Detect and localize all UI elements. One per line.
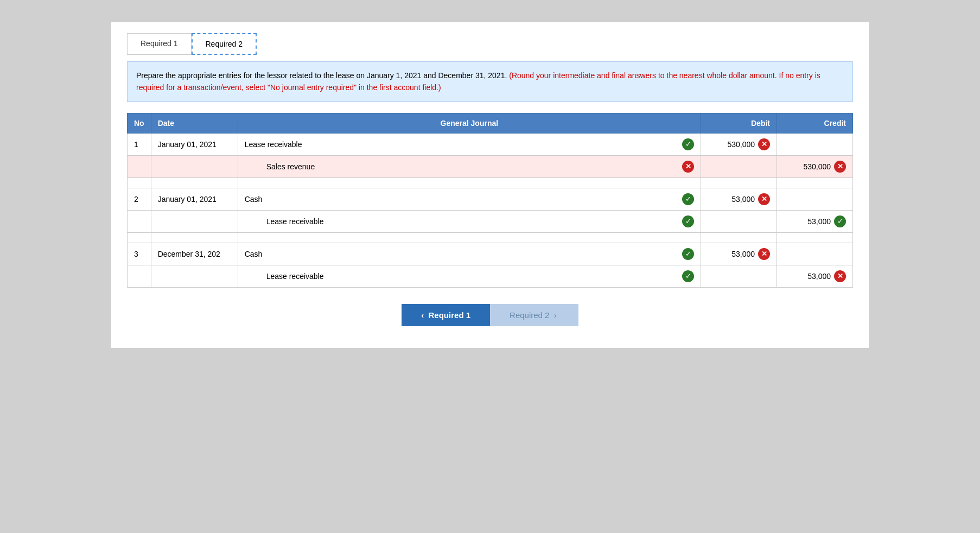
spacer-row [128,232,853,243]
check-icon: ✓ [682,138,694,150]
main-container: Required 1 Required 2 Prepare the approp… [110,22,870,348]
cell-journal: Lease receivable✓ [238,265,701,287]
cell-journal: Cash✓ [238,188,701,210]
tab-required1[interactable]: Required 1 [127,33,192,55]
cell-debit [701,210,777,232]
cell-debit [701,155,777,177]
right-arrow-icon: › [554,310,557,320]
cell-no: 1 [128,133,151,155]
cell-credit: 53,000✕ [777,265,853,287]
cell-debit: 53,000✕ [701,243,777,265]
cell-date [151,155,238,177]
cell-no [128,210,151,232]
col-header-date: Date [151,113,238,133]
info-black-text: Prepare the appropriate entries for the … [136,71,509,80]
btn-required1[interactable]: ‹ Required 1 [402,304,490,326]
col-header-credit: Credit [777,113,853,133]
cell-date: December 31, 202 [151,243,238,265]
x-icon: ✕ [682,161,694,173]
cell-credit [777,188,853,210]
btn-required1-label: Required 1 [429,310,471,320]
check-icon: ✓ [682,215,694,227]
cell-journal: Lease receivable✓ [238,210,701,232]
cell-journal: Cash✓ [238,243,701,265]
journal-table: No Date General Journal Debit Credit 1Ja… [127,113,853,288]
tab-required2[interactable]: Required 2 [192,33,257,55]
check-icon: ✓ [682,193,694,205]
col-header-debit: Debit [701,113,777,133]
x-icon: ✕ [758,193,770,205]
cell-journal: Sales revenue✕ [238,155,701,177]
btn-required2-label: Required 2 [510,310,549,320]
btn-required2[interactable]: Required 2 › [490,304,578,326]
left-arrow-icon: ‹ [421,310,424,320]
cell-debit: 530,000✕ [701,133,777,155]
col-header-no: No [128,113,151,133]
cell-debit [701,265,777,287]
info-box: Prepare the appropriate entries for the … [127,61,853,102]
col-header-journal: General Journal [238,113,701,133]
spacer-row [128,177,853,188]
check-icon: ✓ [682,270,694,282]
cell-date: January 01, 2021 [151,188,238,210]
tabs-bar: Required 1 Required 2 [127,33,853,55]
check-icon: ✓ [682,248,694,260]
cell-journal: Lease receivable✓ [238,133,701,155]
cell-credit [777,243,853,265]
cell-no: 2 [128,188,151,210]
tab-required2-label: Required 2 [206,40,243,48]
cell-credit: 530,000✕ [777,155,853,177]
cell-no [128,155,151,177]
x-icon: ✕ [758,248,770,260]
cell-date [151,265,238,287]
cell-debit: 53,000✕ [701,188,777,210]
x-icon: ✕ [834,161,846,173]
tab-required1-label: Required 1 [141,39,178,48]
cell-credit: 53,000✓ [777,210,853,232]
cell-date: January 01, 2021 [151,133,238,155]
cell-date [151,210,238,232]
check-icon: ✓ [834,215,846,227]
cell-credit [777,133,853,155]
x-icon: ✕ [834,270,846,282]
cell-no [128,265,151,287]
bottom-nav: ‹ Required 1 Required 2 › [127,304,853,326]
cell-no: 3 [128,243,151,265]
x-icon: ✕ [758,138,770,150]
